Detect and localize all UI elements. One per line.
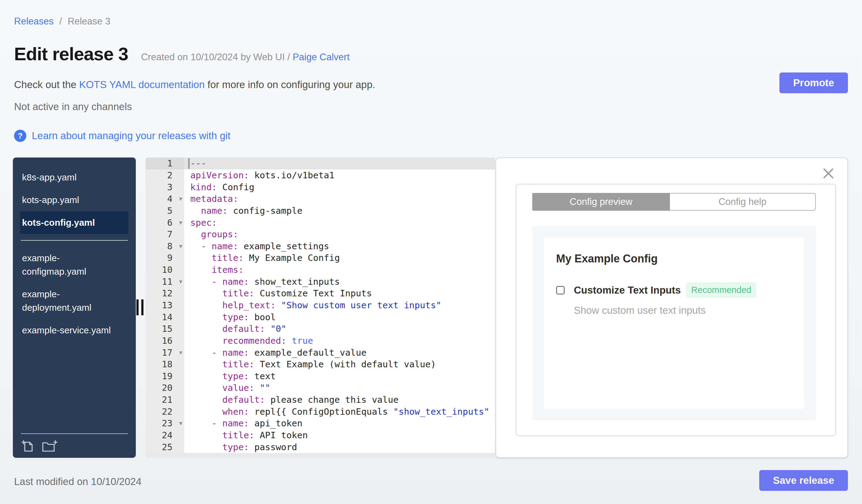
fold-arrow-icon[interactable]: ▾ bbox=[179, 195, 182, 202]
kots-yaml-doc-link[interactable]: KOTS YAML documentation bbox=[79, 79, 205, 90]
code-line-text: title: Text Example (with default value) bbox=[184, 358, 495, 370]
text-cursor bbox=[188, 158, 190, 169]
code-line-10[interactable]: 10 items: bbox=[146, 264, 495, 276]
code-line-16[interactable]: 16 recommended: true bbox=[146, 335, 495, 347]
code-line-11[interactable]: 11▾ - name: show_text_inputs bbox=[146, 276, 495, 288]
tab-config-preview[interactable]: Config preview bbox=[532, 193, 670, 211]
code-line-8[interactable]: 8▾ - name: example_settings bbox=[146, 240, 495, 252]
line-number: 16 bbox=[146, 335, 184, 347]
code-line-12[interactable]: 12 title: Customize Text Inputs bbox=[146, 288, 495, 300]
code-line-24[interactable]: 24 title: API token bbox=[146, 429, 495, 441]
code-line-text: items: bbox=[184, 264, 495, 276]
code-line-text: help_text: "Show custom user text inputs… bbox=[184, 300, 495, 311]
fold-arrow-icon[interactable]: ▾ bbox=[179, 242, 182, 250]
code-line-text: - name: show_text_inputs bbox=[184, 276, 495, 288]
code-line-7[interactable]: 7 groups: bbox=[146, 228, 495, 240]
line-number: 18 bbox=[146, 358, 184, 370]
code-line-5[interactable]: 5 name: config-sample bbox=[146, 205, 495, 217]
title-row: Edit release 3 Created on 10/10/2024 by … bbox=[14, 43, 350, 65]
code-line-3[interactable]: 3kind: Config bbox=[146, 181, 495, 193]
config-box: Config previewConfig help My Example Con… bbox=[516, 184, 836, 436]
breadcrumb-current: Release 3 bbox=[68, 16, 110, 27]
file-item-kots-config.yaml[interactable]: kots-config.yaml bbox=[20, 211, 129, 234]
code-line-17[interactable]: 17▾ - name: example_default_value bbox=[146, 346, 495, 358]
breadcrumb-releases-link[interactable]: Releases bbox=[14, 16, 53, 27]
line-number: 3 bbox=[146, 181, 184, 193]
code-line-text: apiVersion: kots.io/v1beta1 bbox=[184, 170, 495, 181]
code-line-text: recommended: true bbox=[184, 335, 495, 347]
code-line-text: spec: bbox=[184, 216, 495, 228]
line-number: 8▾ bbox=[146, 240, 184, 252]
config-item-row: Customize Text Inputs Recommended bbox=[556, 282, 792, 298]
file-item-kots-app.yaml[interactable]: kots-app.yaml bbox=[20, 189, 129, 211]
sidebar-footer bbox=[21, 433, 128, 453]
file-item-example-service.yaml[interactable]: example-service.yaml bbox=[20, 319, 129, 342]
tab-config-help[interactable]: Config help bbox=[670, 193, 816, 211]
question-circle-icon: ? bbox=[14, 130, 26, 142]
page-title: Edit release 3 bbox=[14, 43, 128, 65]
fold-arrow-icon[interactable]: ▾ bbox=[179, 219, 182, 226]
editor-horizontal-scrollbar[interactable] bbox=[146, 453, 495, 458]
last-modified-text: Last modified on 10/10/2024 bbox=[14, 476, 141, 488]
add-folder-icon[interactable] bbox=[42, 439, 58, 453]
code-line-text: title: Customize Text Inputs bbox=[184, 288, 495, 300]
line-number: 24 bbox=[146, 429, 184, 441]
code-line-text: kind: Config bbox=[184, 181, 495, 193]
line-number: 5 bbox=[146, 205, 184, 217]
code-line-text: default: "0" bbox=[184, 323, 495, 335]
code-line-text: --- bbox=[184, 158, 495, 170]
code-line-13[interactable]: 13 help_text: "Show custom user text inp… bbox=[146, 300, 495, 311]
code-lines: 1---2apiVersion: kots.io/v1beta13kind: C… bbox=[146, 158, 495, 453]
code-line-text: when: repl{{ ConfigOptionEquals "show_te… bbox=[184, 406, 495, 417]
fold-arrow-icon[interactable]: ▾ bbox=[179, 349, 182, 356]
code-line-20[interactable]: 20 value: "" bbox=[146, 382, 495, 394]
line-number: 12 bbox=[146, 288, 184, 300]
recommended-badge: Recommended bbox=[687, 282, 756, 298]
channel-status: Not active in any channels bbox=[14, 101, 132, 112]
code-line-text: type: password bbox=[184, 441, 495, 453]
line-number: 6▾ bbox=[146, 216, 184, 228]
config-item-help-text: Show custom user text inputs bbox=[574, 305, 792, 316]
created-text: Created on 10/10/2024 by Web UI / bbox=[141, 52, 290, 62]
code-line-1[interactable]: 1--- bbox=[146, 158, 495, 170]
panel-tab-bar: Config previewConfig help bbox=[532, 193, 816, 211]
line-number: 14 bbox=[146, 311, 184, 323]
learn-git-link[interactable]: Learn about managing your releases with … bbox=[32, 130, 230, 142]
yaml-code-editor[interactable]: 1---2apiVersion: kots.io/v1beta13kind: C… bbox=[146, 158, 495, 458]
code-line-23[interactable]: 23▾ - name: api_token bbox=[146, 417, 495, 429]
code-line-22[interactable]: 22 when: repl{{ ConfigOptionEquals "show… bbox=[146, 406, 495, 417]
code-line-21[interactable]: 21 default: please change this value bbox=[146, 394, 495, 406]
description-pre: Check out the bbox=[14, 79, 79, 90]
code-line-14[interactable]: 14 type: bool bbox=[146, 311, 495, 323]
line-number: 20 bbox=[146, 382, 184, 394]
fold-arrow-icon[interactable]: ▾ bbox=[179, 420, 182, 427]
close-icon[interactable] bbox=[823, 168, 834, 179]
code-line-text: type: bool bbox=[184, 311, 495, 323]
code-line-19[interactable]: 19 type: text bbox=[146, 370, 495, 382]
code-line-text: value: "" bbox=[184, 382, 495, 394]
code-line-2[interactable]: 2apiVersion: kots.io/v1beta1 bbox=[146, 170, 495, 181]
add-file-icon[interactable] bbox=[21, 439, 34, 453]
line-number: 7 bbox=[146, 228, 184, 240]
file-list: k8s-app.yamlkots-app.yamlkots-config.yam… bbox=[13, 158, 136, 342]
code-line-9[interactable]: 9 title: My Example Config bbox=[146, 252, 495, 264]
code-line-25[interactable]: 25 type: password bbox=[146, 441, 495, 453]
file-item-example-deployment.yaml[interactable]: example- deployment.yaml bbox=[20, 283, 129, 319]
customize-text-inputs-checkbox[interactable] bbox=[556, 286, 565, 294]
config-preview-card: My Example Config Customize Text Inputs … bbox=[544, 238, 804, 409]
file-item-k8s-app.yaml[interactable]: k8s-app.yaml bbox=[20, 166, 129, 189]
file-item-example-configmap.yaml[interactable]: example- configmap.yaml bbox=[20, 247, 129, 283]
save-release-button[interactable]: Save release bbox=[759, 470, 848, 491]
code-line-15[interactable]: 15 default: "0" bbox=[146, 323, 495, 335]
code-line-4[interactable]: 4▾metadata: bbox=[146, 193, 495, 205]
config-item-label: Customize Text Inputs bbox=[574, 284, 681, 296]
workspace: k8s-app.yamlkots-app.yamlkots-config.yam… bbox=[13, 158, 848, 458]
code-line-18[interactable]: 18 title: Text Example (with default val… bbox=[146, 358, 495, 370]
author-link[interactable]: Paige Calvert bbox=[293, 52, 350, 62]
edit-release-page: Releases / Release 3 Edit release 3 Crea… bbox=[0, 0, 862, 504]
code-line-text: - name: api_token bbox=[184, 417, 495, 429]
resize-handle-left[interactable] bbox=[136, 300, 143, 315]
promote-button[interactable]: Promote bbox=[780, 72, 848, 93]
code-line-6[interactable]: 6▾spec: bbox=[146, 216, 495, 228]
fold-arrow-icon[interactable]: ▾ bbox=[179, 278, 182, 285]
